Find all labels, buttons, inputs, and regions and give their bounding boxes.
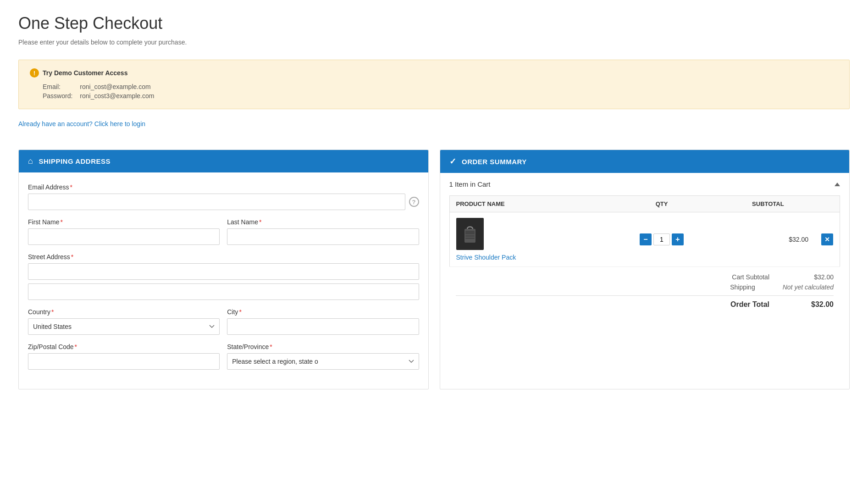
state-label: State/Province*: [227, 343, 419, 350]
order-summary-panel: ✓ ORDER SUMMARY 1 Item in Cart PRODUCT N…: [440, 150, 850, 389]
city-input[interactable]: [227, 318, 419, 335]
street-address-input-2[interactable]: [28, 283, 419, 300]
remove-item-button[interactable]: ✕: [821, 233, 833, 245]
shipping-panel: ⌂ SHIPPING ADDRESS Email Address* ? Firs…: [18, 150, 429, 389]
order-body: 1 Item in Cart PRODUCT NAME QTY SUBTOTAL: [440, 173, 850, 318]
shipping-label: Shipping: [730, 283, 755, 291]
zip-label: Zip/Postal Code*: [28, 343, 220, 350]
city-label: City*: [227, 308, 419, 316]
zip-input[interactable]: [28, 353, 220, 370]
product-cell: Strive Shoulder Pack: [449, 212, 602, 267]
shipping-header: ⌂ SHIPPING ADDRESS: [19, 150, 428, 172]
email-help-icon[interactable]: ?: [409, 197, 419, 207]
state-select[interactable]: Please select a region, state o: [227, 353, 419, 370]
product-image: [456, 218, 484, 250]
col-product-name: PRODUCT NAME: [449, 196, 602, 212]
page-title: One Step Checkout: [18, 14, 850, 33]
zip-group: Zip/Postal Code*: [28, 343, 220, 370]
country-group: Country* United States Canada United Kin…: [28, 308, 220, 335]
home-icon: ⌂: [28, 156, 33, 166]
name-row: First Name* Last Name*: [28, 218, 419, 253]
col-qty: QTY: [602, 196, 721, 212]
password-label: Password:: [43, 91, 80, 100]
item-subtotal: $32.00: [789, 236, 808, 243]
warning-icon: !: [30, 68, 39, 78]
shipping-value: Not yet calculated: [783, 283, 834, 291]
cart-subtotal-label: Cart Subtotal: [732, 273, 769, 281]
last-name-group: Last Name*: [227, 218, 419, 245]
zip-state-row: Zip/Postal Code* State/Province* Please …: [28, 343, 419, 378]
login-link[interactable]: Already have an account? Click here to l…: [18, 120, 145, 128]
qty-cell: − +: [602, 212, 721, 267]
qty-input[interactable]: [653, 233, 670, 245]
country-label: Country*: [28, 308, 220, 316]
order-summary-header: ✓ ORDER SUMMARY: [440, 150, 850, 173]
street-address-group: Street Address*: [28, 253, 419, 300]
first-name-label: First Name*: [28, 218, 220, 226]
email-label: Email:: [43, 82, 80, 91]
qty-control: − +: [608, 233, 715, 245]
country-select[interactable]: United States Canada United Kingdom Aust…: [28, 318, 220, 335]
order-total-value: $32.00: [797, 300, 834, 309]
remove-cell: ✕: [815, 212, 840, 267]
svg-rect-2: [465, 235, 475, 237]
first-name-group: First Name*: [28, 218, 220, 245]
email-group: Email Address* ?: [28, 183, 419, 210]
demo-credentials: Email: roni_cost@example.com Password: r…: [43, 82, 161, 100]
demo-banner-title: ! Try Demo Customer Access: [30, 68, 838, 78]
checkmark-icon: ✓: [449, 156, 457, 167]
street-address-label: Street Address*: [28, 253, 419, 261]
cart-subtotal-row: Cart Subtotal $32.00: [456, 273, 834, 281]
order-total-row: Order Total $32.00: [456, 295, 834, 309]
qty-increase-button[interactable]: +: [672, 233, 684, 245]
state-group: State/Province* Please select a region, …: [227, 343, 419, 370]
city-group: City*: [227, 308, 419, 335]
email-address-input[interactable]: [28, 194, 405, 210]
cart-count-label: 1 Item in Cart: [449, 180, 491, 188]
order-totals: Cart Subtotal $32.00 Shipping Not yet ca…: [449, 267, 840, 311]
svg-rect-3: [465, 238, 475, 239]
first-name-input[interactable]: [28, 228, 220, 245]
collapse-cart-button[interactable]: [835, 183, 840, 186]
shipping-form: Email Address* ? First Name* Last N: [19, 172, 428, 389]
svg-rect-1: [465, 231, 475, 234]
page-subtitle: Please enter your details below to compl…: [18, 39, 850, 46]
bag-svg: [461, 222, 479, 245]
shipping-row: Shipping Not yet calculated: [456, 283, 834, 291]
last-name-input[interactable]: [227, 228, 419, 245]
subtotal-cell: $32.00: [721, 212, 815, 267]
order-summary-header-label: ORDER SUMMARY: [462, 158, 527, 166]
qty-decrease-button[interactable]: −: [640, 233, 652, 245]
password-value: roni_cost3@example.com: [80, 91, 161, 100]
checkout-layout: ⌂ SHIPPING ADDRESS Email Address* ? Firs…: [18, 150, 850, 389]
demo-banner: ! Try Demo Customer Access Email: roni_c…: [18, 60, 850, 109]
cart-items-header: 1 Item in Cart: [449, 180, 840, 188]
email-row: ?: [28, 194, 419, 210]
street-address-input-1[interactable]: [28, 263, 419, 280]
order-table: PRODUCT NAME QTY SUBTOTAL: [449, 195, 840, 267]
country-city-row: Country* United States Canada United Kin…: [28, 308, 419, 343]
product-name-link[interactable]: Strive Shoulder Pack: [456, 254, 516, 261]
table-row: Strive Shoulder Pack − + $32.00: [449, 212, 840, 267]
col-subtotal: SUBTOTAL: [721, 196, 815, 212]
email-address-label: Email Address*: [28, 183, 419, 191]
cart-subtotal-value: $32.00: [797, 273, 834, 281]
shipping-header-label: SHIPPING ADDRESS: [39, 157, 111, 165]
last-name-label: Last Name*: [227, 218, 419, 226]
order-total-label: Order Total: [730, 300, 769, 309]
email-value: roni_cost@example.com: [80, 82, 161, 91]
